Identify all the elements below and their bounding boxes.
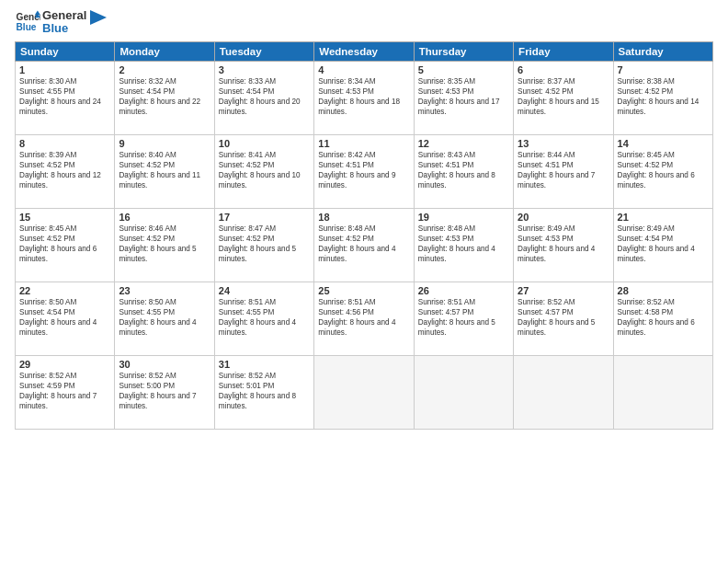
- calendar-week-row: 22 Sunrise: 8:50 AMSunset: 4:54 PMDaylig…: [16, 282, 713, 355]
- cell-text: Sunrise: 8:40 AMSunset: 4:52 PMDaylight:…: [119, 151, 200, 190]
- table-row: 4 Sunrise: 8:34 AMSunset: 4:53 PMDayligh…: [314, 61, 414, 134]
- table-row: 11 Sunrise: 8:42 AMSunset: 4:51 PMDaylig…: [314, 134, 414, 208]
- cell-text: Sunrise: 8:48 AMSunset: 4:53 PMDaylight:…: [418, 224, 495, 263]
- table-row: [514, 355, 613, 429]
- day-number: 31: [219, 359, 310, 370]
- table-row: 31 Sunrise: 8:52 AMSunset: 5:01 PMDaylig…: [214, 355, 313, 429]
- day-number: 18: [318, 212, 409, 223]
- table-row: 13 Sunrise: 8:44 AMSunset: 4:51 PMDaylig…: [514, 134, 613, 208]
- day-number: 2: [119, 64, 210, 75]
- day-number: 10: [219, 138, 310, 149]
- table-row: 26 Sunrise: 8:51 AMSunset: 4:57 PMDaylig…: [414, 282, 513, 355]
- col-wednesday: Wednesday: [314, 41, 414, 61]
- table-row: 30 Sunrise: 8:52 AMSunset: 5:00 PMDaylig…: [115, 355, 214, 429]
- table-row: 8 Sunrise: 8:39 AMSunset: 4:52 PMDayligh…: [16, 134, 115, 208]
- calendar-table: Sunday Monday Tuesday Wednesday Thursday…: [15, 41, 713, 430]
- table-row: 9 Sunrise: 8:40 AMSunset: 4:52 PMDayligh…: [115, 134, 214, 208]
- page: General Blue General Blue Sunday Monday …: [0, 0, 728, 563]
- day-number: 11: [318, 138, 409, 149]
- calendar-header-row: Sunday Monday Tuesday Wednesday Thursday…: [16, 41, 713, 61]
- day-number: 8: [19, 138, 110, 149]
- table-row: 5 Sunrise: 8:35 AMSunset: 4:53 PMDayligh…: [414, 61, 513, 134]
- col-thursday: Thursday: [414, 41, 513, 61]
- table-row: 27 Sunrise: 8:52 AMSunset: 4:57 PMDaylig…: [514, 282, 613, 355]
- day-number: 21: [618, 212, 709, 223]
- cell-text: Sunrise: 8:30 AMSunset: 4:55 PMDaylight:…: [19, 77, 101, 116]
- table-row: 24 Sunrise: 8:51 AMSunset: 4:55 PMDaylig…: [214, 282, 313, 355]
- cell-text: Sunrise: 8:51 AMSunset: 4:56 PMDaylight:…: [318, 298, 395, 337]
- table-row: 3 Sunrise: 8:33 AMSunset: 4:54 PMDayligh…: [214, 61, 313, 134]
- cell-text: Sunrise: 8:37 AMSunset: 4:52 PMDaylight:…: [518, 77, 599, 116]
- cell-text: Sunrise: 8:32 AMSunset: 4:54 PMDaylight:…: [119, 77, 200, 116]
- cell-text: Sunrise: 8:52 AMSunset: 4:57 PMDaylight:…: [518, 298, 595, 337]
- table-row: 25 Sunrise: 8:51 AMSunset: 4:56 PMDaylig…: [314, 282, 414, 355]
- cell-text: Sunrise: 8:45 AMSunset: 4:52 PMDaylight:…: [19, 224, 97, 263]
- table-row: 21 Sunrise: 8:49 AMSunset: 4:54 PMDaylig…: [613, 208, 712, 282]
- day-number: 4: [318, 64, 409, 75]
- col-saturday: Saturday: [613, 41, 712, 61]
- cell-text: Sunrise: 8:33 AMSunset: 4:54 PMDaylight:…: [219, 77, 301, 116]
- day-number: 15: [19, 212, 110, 223]
- day-number: 28: [618, 285, 709, 296]
- table-row: 2 Sunrise: 8:32 AMSunset: 4:54 PMDayligh…: [115, 61, 214, 134]
- day-number: 30: [119, 359, 210, 370]
- cell-text: Sunrise: 8:34 AMSunset: 4:53 PMDaylight:…: [318, 77, 400, 116]
- table-row: 23 Sunrise: 8:50 AMSunset: 4:55 PMDaylig…: [115, 282, 214, 355]
- col-sunday: Sunday: [16, 41, 115, 61]
- cell-text: Sunrise: 8:49 AMSunset: 4:53 PMDaylight:…: [518, 224, 595, 263]
- logo-arrow-icon: [90, 10, 107, 30]
- table-row: 18 Sunrise: 8:48 AMSunset: 4:52 PMDaylig…: [314, 208, 414, 282]
- calendar-week-row: 29 Sunrise: 8:52 AMSunset: 4:59 PMDaylig…: [16, 355, 713, 429]
- cell-text: Sunrise: 8:46 AMSunset: 4:52 PMDaylight:…: [119, 224, 196, 263]
- day-number: 13: [518, 138, 609, 149]
- table-row: 15 Sunrise: 8:45 AMSunset: 4:52 PMDaylig…: [16, 208, 115, 282]
- day-number: 5: [418, 64, 509, 75]
- table-row: 28 Sunrise: 8:52 AMSunset: 4:58 PMDaylig…: [613, 282, 712, 355]
- svg-marker-4: [90, 10, 107, 25]
- day-number: 23: [119, 285, 210, 296]
- cell-text: Sunrise: 8:48 AMSunset: 4:52 PMDaylight:…: [318, 224, 395, 263]
- cell-text: Sunrise: 8:49 AMSunset: 4:54 PMDaylight:…: [618, 224, 695, 263]
- day-number: 1: [19, 64, 110, 75]
- cell-text: Sunrise: 8:51 AMSunset: 4:55 PMDaylight:…: [219, 298, 296, 337]
- table-row: [613, 355, 712, 429]
- day-number: 3: [219, 64, 310, 75]
- logo-icon: General Blue: [15, 9, 40, 35]
- col-monday: Monday: [115, 41, 214, 61]
- day-number: 16: [119, 212, 210, 223]
- cell-text: Sunrise: 8:39 AMSunset: 4:52 PMDaylight:…: [19, 151, 101, 190]
- table-row: 22 Sunrise: 8:50 AMSunset: 4:54 PMDaylig…: [16, 282, 115, 355]
- table-row: [414, 355, 513, 429]
- logo-general: General: [42, 9, 86, 22]
- day-number: 14: [618, 138, 709, 149]
- day-number: 12: [418, 138, 509, 149]
- day-number: 19: [418, 212, 509, 223]
- day-number: 26: [418, 285, 509, 296]
- logo: General Blue General Blue: [15, 9, 107, 36]
- day-number: 27: [518, 285, 609, 296]
- svg-text:Blue: Blue: [17, 23, 37, 33]
- table-row: 1 Sunrise: 8:30 AMSunset: 4:55 PMDayligh…: [16, 61, 115, 134]
- day-number: 7: [618, 64, 709, 75]
- table-row: 6 Sunrise: 8:37 AMSunset: 4:52 PMDayligh…: [514, 61, 613, 134]
- cell-text: Sunrise: 8:52 AMSunset: 5:01 PMDaylight:…: [219, 372, 296, 410]
- day-number: 24: [219, 285, 310, 296]
- cell-text: Sunrise: 8:52 AMSunset: 4:59 PMDaylight:…: [19, 372, 97, 410]
- cell-text: Sunrise: 8:50 AMSunset: 4:55 PMDaylight:…: [119, 298, 196, 337]
- table-row: 29 Sunrise: 8:52 AMSunset: 4:59 PMDaylig…: [16, 355, 115, 429]
- cell-text: Sunrise: 8:51 AMSunset: 4:57 PMDaylight:…: [418, 298, 495, 337]
- col-tuesday: Tuesday: [214, 41, 313, 61]
- cell-text: Sunrise: 8:35 AMSunset: 4:53 PMDaylight:…: [418, 77, 500, 116]
- table-row: 12 Sunrise: 8:43 AMSunset: 4:51 PMDaylig…: [414, 134, 513, 208]
- table-row: 19 Sunrise: 8:48 AMSunset: 4:53 PMDaylig…: [414, 208, 513, 282]
- cell-text: Sunrise: 8:44 AMSunset: 4:51 PMDaylight:…: [518, 151, 595, 190]
- cell-text: Sunrise: 8:52 AMSunset: 4:58 PMDaylight:…: [618, 298, 695, 337]
- day-number: 6: [518, 64, 609, 75]
- calendar-week-row: 8 Sunrise: 8:39 AMSunset: 4:52 PMDayligh…: [16, 134, 713, 208]
- header: General Blue General Blue: [15, 9, 713, 36]
- cell-text: Sunrise: 8:47 AMSunset: 4:52 PMDaylight:…: [219, 224, 296, 263]
- cell-text: Sunrise: 8:38 AMSunset: 4:52 PMDaylight:…: [618, 77, 700, 116]
- table-row: 7 Sunrise: 8:38 AMSunset: 4:52 PMDayligh…: [613, 61, 712, 134]
- cell-text: Sunrise: 8:50 AMSunset: 4:54 PMDaylight:…: [19, 298, 97, 337]
- table-row: 20 Sunrise: 8:49 AMSunset: 4:53 PMDaylig…: [514, 208, 613, 282]
